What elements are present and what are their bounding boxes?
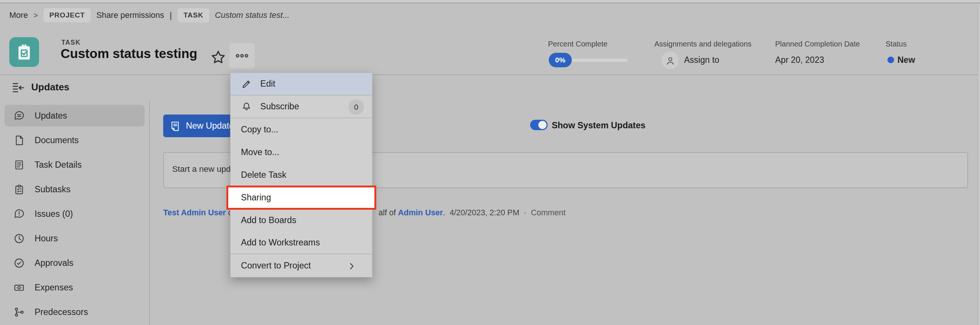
- subtasks-icon: [13, 184, 25, 195]
- menu-item-label: Add to Workstreams: [241, 237, 320, 248]
- menu-item-copy-to[interactable]: Copy to...: [231, 118, 372, 141]
- task-clipboard-icon: [9, 37, 39, 67]
- document-icon: [13, 135, 25, 146]
- toggle-knob: [538, 121, 547, 129]
- section-bar: Updates: [0, 74, 980, 100]
- update-timestamp: 4/20/2023, 2:20 PM: [449, 208, 519, 217]
- breadcrumb-project-link[interactable]: Share permissions: [96, 10, 164, 20]
- sidebar-item-label: Issues (0): [35, 209, 73, 219]
- planned-completion-label: Planned Completion Date: [775, 40, 860, 48]
- subscribe-count-badge: 0: [348, 99, 364, 115]
- update-text-fragment: .: [443, 208, 449, 217]
- collapse-panel-icon[interactable]: [11, 81, 25, 95]
- update-text-fragment: alf of: [379, 208, 398, 217]
- more-dots-icon: [234, 48, 250, 64]
- task-context-menu: EditSubscribe0Copy to...Move to...Delete…: [230, 73, 372, 277]
- section-title: Updates: [31, 81, 70, 93]
- percent-complete-track: [570, 59, 628, 62]
- sidebar-item-predecessors[interactable]: Predecessors: [5, 301, 145, 323]
- star-icon: [210, 49, 226, 65]
- more-menu-button[interactable]: [229, 43, 255, 69]
- menu-item-label: Edit: [260, 79, 275, 89]
- new-update-label: New Update: [186, 121, 234, 131]
- assignee-avatar[interactable]: [662, 52, 679, 69]
- sidebar-item-label: Hours: [35, 234, 58, 244]
- sidebar-item-label: Documents: [35, 135, 79, 145]
- status-value[interactable]: New: [897, 55, 915, 65]
- pencil-icon: [241, 78, 252, 89]
- menu-item-label: Copy to...: [241, 124, 278, 135]
- menu-item-sharing[interactable]: Sharing: [231, 186, 372, 209]
- update-entry-right: alf of Admin User. 4/20/2023, 2:20 PM · …: [379, 208, 565, 218]
- menu-item-edit[interactable]: Edit: [231, 73, 372, 96]
- sidebar-item-subtasks[interactable]: Subtasks: [5, 178, 145, 200]
- task-details-icon: [13, 159, 25, 170]
- menu-item-subscribe[interactable]: Subscribe0: [231, 96, 372, 118]
- breadcrumb-pipe: |: [170, 10, 172, 21]
- breadcrumb-chevron: >: [33, 11, 38, 20]
- sidebar-item-label: Predecessors: [35, 307, 88, 317]
- menu-item-label: Subscribe: [260, 102, 299, 112]
- percent-complete-pill[interactable]: 0%: [549, 53, 572, 67]
- status-dot: [888, 57, 894, 63]
- page-title: Custom status testing: [60, 46, 197, 61]
- task-type-overline: TASK: [61, 39, 81, 46]
- person-icon: [665, 55, 676, 66]
- breadcrumb-task-badge: TASK: [178, 8, 210, 22]
- sidebar-item-updates[interactable]: Updates: [5, 105, 145, 126]
- sidebar-item-label: Approvals: [35, 258, 73, 268]
- dot-separator: ·: [519, 208, 531, 217]
- highlight-frame: Sharing: [226, 186, 376, 210]
- breadcrumb-task-name: Custom status test...: [215, 10, 290, 20]
- percent-complete-label: Percent Complete: [548, 40, 608, 48]
- scrollbar-track[interactable]: [977, 4, 980, 325]
- sidebar-item-hours[interactable]: Hours: [5, 228, 145, 249]
- sidebar-item-task-details[interactable]: Task Details: [5, 154, 145, 175]
- show-system-updates-label: Show System Updates: [552, 121, 645, 131]
- menu-item-label: Delete Task: [241, 170, 286, 180]
- sidebar-item-label: Updates: [35, 111, 67, 121]
- breadcrumb-project-badge: PROJECT: [43, 8, 91, 22]
- sidebar-item-approvals[interactable]: Approvals: [5, 252, 145, 274]
- left-panel-nav: UpdatesDocumentsTask DetailsSubtasksIssu…: [0, 100, 150, 325]
- show-system-updates-toggle[interactable]: [530, 120, 547, 130]
- chevron-right-icon: [346, 261, 357, 272]
- predecessors-icon: [13, 306, 25, 318]
- hours-icon: [13, 233, 25, 244]
- user-link[interactable]: Test Admin User: [163, 208, 226, 217]
- planned-completion-date[interactable]: Apr 20, 2023: [775, 55, 824, 65]
- bell-icon: [241, 101, 252, 112]
- comment-action-link[interactable]: Comment: [531, 208, 565, 217]
- top-strip: [0, 0, 980, 3]
- sidebar-item-documents[interactable]: Documents: [5, 129, 145, 151]
- menu-item-label: Move to...: [241, 147, 279, 157]
- menu-item-label: Convert to Project: [241, 261, 311, 271]
- issues-icon: [13, 208, 25, 220]
- menu-item-add-to-workstreams[interactable]: Add to Workstreams: [231, 232, 372, 254]
- favorite-button[interactable]: [209, 48, 228, 67]
- menu-item-add-to-boards[interactable]: Add to Boards: [231, 209, 372, 232]
- expenses-icon: [13, 282, 25, 293]
- menu-item-label: Sharing: [241, 193, 271, 203]
- menu-item-delete-task[interactable]: Delete Task: [231, 164, 372, 186]
- note-icon: [169, 120, 181, 132]
- breadcrumb-more-link[interactable]: More: [9, 10, 28, 20]
- user-link[interactable]: Admin User: [398, 208, 443, 217]
- sidebar-item-label: Task Details: [35, 160, 82, 170]
- assign-to-link[interactable]: Assign to: [684, 55, 719, 65]
- status-label: Status: [886, 40, 907, 48]
- sidebar-item-issues-0[interactable]: Issues (0): [5, 203, 145, 225]
- menu-item-move-to[interactable]: Move to...: [231, 141, 372, 164]
- updates-icon: [13, 110, 25, 122]
- breadcrumb: More > PROJECT Share permissions | TASK …: [9, 4, 290, 27]
- workfront-task-page: More > PROJECT Share permissions | TASK …: [0, 0, 980, 325]
- menu-item-convert-to-project[interactable]: Convert to Project: [231, 254, 372, 277]
- sidebar-item-label: Subtasks: [35, 185, 71, 194]
- sidebar-item-expenses[interactable]: Expenses: [5, 277, 145, 298]
- approvals-icon: [13, 257, 25, 269]
- menu-item-label: Add to Boards: [241, 215, 296, 225]
- assignments-label: Assignments and delegations: [654, 40, 751, 48]
- sidebar-item-label: Expenses: [35, 283, 73, 293]
